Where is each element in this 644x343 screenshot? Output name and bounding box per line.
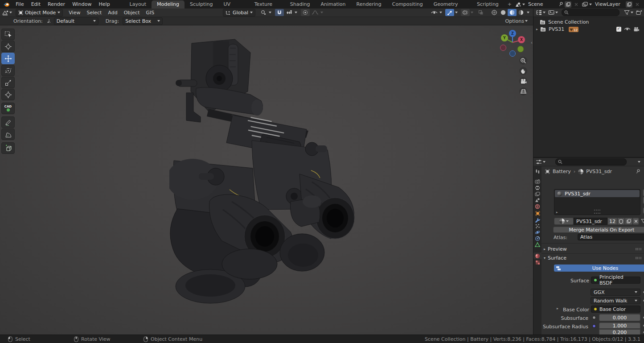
snap-target-icon[interactable] [285,9,294,16]
menu-add[interactable]: Add [105,8,120,17]
tool-cursor[interactable] [1,41,15,52]
distribution-dropdown[interactable]: GGX [591,289,640,296]
selectable-checkbox[interactable] [616,27,621,32]
menu-edit[interactable]: Edit [28,0,44,8]
tab-modeling[interactable]: Modeling [152,0,185,8]
surface-shader-dropdown[interactable]: Principled BSDF [591,277,640,284]
menu-file[interactable]: File [12,0,27,8]
tab-animation[interactable]: Animation [315,0,351,8]
editor-type-icon[interactable] [2,10,8,16]
camera-view-icon[interactable] [519,77,527,85]
outliner-search-input[interactable] [562,9,619,16]
shading-wireframe-icon[interactable] [490,9,499,16]
snap-magnet-icon[interactable] [275,9,284,16]
options-dropdown[interactable]: Options [505,18,528,24]
blender-logo[interactable] [3,2,9,7]
outliner-editor-icon[interactable] [536,10,542,15]
outliner-row-scene-collection[interactable]: Scene Collection [540,18,589,26]
unlink-material-button[interactable] [632,218,639,225]
tab-uv-editing[interactable]: UV Editing [218,0,249,8]
gizmo-minus-x-axis[interactable] [500,45,506,51]
scene-new-icon[interactable] [565,1,571,8]
properties-search-input[interactable] [555,158,627,165]
tool-add-cube[interactable] [1,142,15,154]
subsurface-slider[interactable]: 0.000 [599,314,640,321]
tool-annotate[interactable] [1,116,15,128]
surface-panel-header[interactable]: Surface [541,254,644,262]
pin-icon[interactable] [636,169,640,174]
tab-scene[interactable] [533,197,541,203]
panel-grip-icon[interactable] [636,248,641,250]
scene-browse-chevron[interactable] [522,4,525,5]
tab-shading[interactable]: Shading [285,0,316,8]
tool-transform[interactable] [1,89,15,100]
material-browse-button[interactable] [554,218,574,225]
gizmos-chevron[interactable] [455,12,458,13]
tab-particles[interactable] [533,223,541,229]
filter-funnel-icon[interactable] [624,10,630,15]
overlays-chevron[interactable] [471,12,473,13]
menu-help[interactable]: Help [95,0,114,8]
model-pvs31-goggles[interactable] [169,38,361,314]
base-color-input[interactable]: Base Color [591,306,640,313]
tab-modifiers[interactable] [533,216,541,223]
value-socket-icon[interactable] [592,316,596,319]
shading-solid-icon[interactable] [499,9,508,16]
shading-chevron[interactable] [527,12,529,13]
radius-x-slider[interactable]: 1.000 [599,322,640,329]
tab-layout[interactable]: Layout [124,0,152,8]
proportional-falloff-icon[interactable] [311,9,320,16]
tab-rendering[interactable]: Rendering [351,0,387,8]
tab-physics[interactable] [533,229,541,236]
vector-socket-icon[interactable] [592,324,596,328]
viewlayer-new-icon[interactable] [626,1,632,8]
menu-render[interactable]: Render [44,0,69,8]
new-material-copy-button[interactable] [625,218,632,225]
tab-geometry-nodes[interactable]: Geometry Nodes [428,0,472,8]
tab-tool[interactable] [533,168,541,175]
menu-gis[interactable]: GIS [143,8,157,17]
menu-view[interactable]: View [66,8,83,17]
viewlayer-icon[interactable] [582,2,588,7]
add-workspace-button[interactable]: + [504,0,515,8]
menu-select[interactable]: Select [83,8,105,17]
panel-grip-icon[interactable] [636,257,641,259]
tab-constraints[interactable] [533,235,541,242]
display-mode-chevron[interactable] [555,12,558,13]
show-gizmo-eye-icon[interactable] [430,9,439,16]
tab-view-layer[interactable] [533,190,541,197]
proportional-edit-icon[interactable] [301,9,310,16]
menu-window[interactable]: Window [69,0,95,8]
mode-dropdown[interactable]: Object Mode [16,9,63,17]
properties-options-chevron[interactable] [638,161,640,163]
merge-materials-button[interactable]: Merge Materials On Export [553,227,644,233]
pin-icon[interactable] [559,2,563,7]
tab-material[interactable] [533,252,541,259]
gizmo-minus-y-axis[interactable] [517,46,524,52]
orientation-dropdown[interactable]: Global [223,9,255,17]
tab-texture[interactable] [533,259,541,266]
tab-sculpting[interactable]: Sculpting [185,0,218,8]
sidebar-collapse-arrow[interactable] [531,40,533,45]
fake-user-shield-button[interactable] [617,218,625,225]
outliner-editor-chevron[interactable] [543,12,546,13]
viewport-canvas[interactable]: CAD [0,25,533,335]
visibility-chevron[interactable] [439,12,442,13]
viewlayer-name[interactable]: ViewLayer [593,1,624,7]
perspective-grid-icon[interactable] [519,87,527,95]
tab-texture-paint[interactable]: Texture Paint [249,0,285,8]
new-collection-icon[interactable] [636,10,642,16]
navigation-gizmo[interactable]: Z Y X [497,28,529,58]
material-slot-list[interactable]: PVS31_sdr [554,189,640,215]
material-slot-row[interactable]: PVS31_sdr [555,190,640,197]
expand-arrow-icon[interactable] [536,27,538,31]
xray-toggle-icon[interactable] [476,9,485,16]
breadcrumb-object[interactable]: Battery [553,169,571,174]
drag-dropdown[interactable]: Select Box [123,17,163,25]
snap-chevron[interactable] [295,12,297,13]
atlas-field[interactable]: Atlas [578,234,644,240]
shading-material-icon[interactable] [508,9,517,16]
properties-editor-icon[interactable] [536,159,542,165]
falloff-chevron[interactable] [320,12,323,13]
tab-object-data[interactable] [533,241,541,248]
